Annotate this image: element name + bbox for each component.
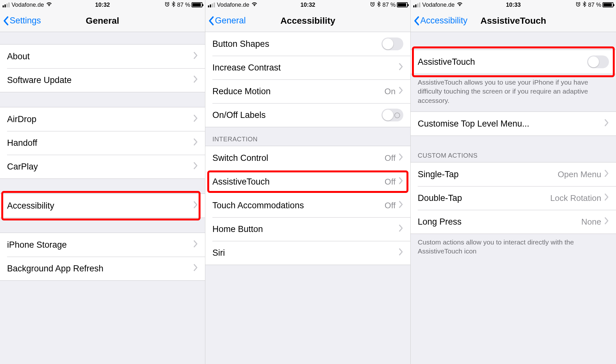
row-home-button[interactable]: Home Button bbox=[205, 217, 410, 241]
row-siri[interactable]: Siri bbox=[205, 241, 410, 265]
chevron-right-icon bbox=[399, 153, 403, 163]
row-assistive-touch[interactable]: AssistiveTouch Off bbox=[205, 170, 410, 194]
footer-text: Custom actions allow you to interact dir… bbox=[411, 234, 616, 262]
page-title: AssistiveTouch bbox=[481, 16, 546, 26]
row-iphone-storage[interactable]: iPhone Storage bbox=[0, 233, 205, 257]
chevron-right-icon bbox=[193, 75, 198, 85]
row-value: None bbox=[581, 217, 601, 227]
row-software-update[interactable]: Software Update bbox=[0, 68, 205, 92]
chevron-right-icon bbox=[399, 87, 403, 96]
page-title: Accessibility bbox=[280, 16, 335, 26]
row-background-app-refresh[interactable]: Background App Refresh bbox=[0, 257, 205, 280]
row-carplay[interactable]: CarPlay bbox=[0, 155, 205, 178]
row-value: Open Menu bbox=[558, 170, 601, 179]
chevron-right-icon bbox=[193, 240, 198, 250]
chevron-right-icon bbox=[604, 193, 609, 203]
nav-bar: Settings General bbox=[0, 10, 205, 32]
row-long-press[interactable]: Long Press None bbox=[411, 210, 616, 234]
chevron-right-icon bbox=[193, 201, 198, 211]
row-customise-menu[interactable]: Customise Top Level Menu... bbox=[411, 112, 616, 136]
row-value: Lock Rotation bbox=[550, 193, 601, 203]
chevron-right-icon bbox=[399, 224, 403, 234]
chevron-right-icon bbox=[604, 119, 609, 129]
row-airdrop[interactable]: AirDrop bbox=[0, 107, 205, 131]
chevron-right-icon bbox=[193, 138, 198, 148]
status-time: 10:32 bbox=[0, 2, 205, 8]
chevron-right-icon bbox=[399, 63, 403, 73]
toggle-on-off-labels[interactable] bbox=[381, 109, 403, 121]
chevron-right-icon bbox=[193, 114, 198, 124]
row-value: Off bbox=[385, 177, 396, 187]
row-handoff[interactable]: Handoff bbox=[0, 131, 205, 155]
back-label: Settings bbox=[10, 16, 41, 26]
chevron-right-icon bbox=[193, 52, 198, 62]
chevron-right-icon bbox=[399, 248, 403, 258]
chevron-right-icon bbox=[604, 217, 609, 227]
status-bar: Vodafone.de 10:32 87 % bbox=[0, 0, 205, 10]
page-title: General bbox=[86, 16, 119, 26]
status-bar: Vodafone.de 10:32 87 % bbox=[205, 0, 410, 10]
chevron-right-icon bbox=[399, 201, 403, 211]
back-button[interactable]: Settings bbox=[3, 16, 41, 26]
row-increase-contrast[interactable]: Increase Contrast bbox=[205, 56, 410, 79]
back-label: Accessibility bbox=[420, 16, 467, 26]
toggle-assistive-touch[interactable] bbox=[587, 55, 609, 68]
row-accessibility[interactable]: Accessibility bbox=[0, 194, 205, 218]
back-button[interactable]: General bbox=[208, 16, 246, 26]
chevron-right-icon bbox=[604, 170, 609, 179]
row-switch-control[interactable]: Switch Control Off bbox=[205, 146, 410, 170]
row-assistive-touch-toggle[interactable]: AssistiveTouch bbox=[411, 50, 616, 74]
section-header-custom-actions: CUSTOM ACTIONS bbox=[411, 136, 616, 162]
screen-accessibility: Vodafone.de 10:32 87 % General Accessibi… bbox=[205, 0, 411, 364]
chevron-right-icon bbox=[399, 177, 403, 187]
row-on-off-labels[interactable]: On/Off Labels bbox=[205, 103, 410, 127]
row-single-tap[interactable]: Single-Tap Open Menu bbox=[411, 162, 616, 186]
status-time: 10:33 bbox=[411, 2, 616, 8]
row-value: Off bbox=[385, 153, 396, 163]
screen-assistivetouch: Vodafone.de 10:33 87 % Accessibility Ass… bbox=[411, 0, 616, 364]
screen-general: Vodafone.de 10:32 87 % Settings General … bbox=[0, 0, 205, 364]
chevron-right-icon bbox=[193, 264, 198, 274]
back-label: General bbox=[215, 16, 246, 26]
row-touch-accommodations[interactable]: Touch Accommodations Off bbox=[205, 194, 410, 217]
chevron-right-icon bbox=[193, 162, 198, 172]
row-about[interactable]: About bbox=[0, 45, 205, 68]
description-text: AssistiveTouch allows you to use your iP… bbox=[411, 74, 616, 112]
row-value: Off bbox=[385, 201, 396, 211]
status-bar: Vodafone.de 10:33 87 % bbox=[411, 0, 616, 10]
row-button-shapes[interactable]: Button Shapes bbox=[205, 32, 410, 56]
row-value: On bbox=[384, 87, 396, 96]
status-time: 10:32 bbox=[205, 2, 410, 8]
back-button[interactable]: Accessibility bbox=[413, 16, 467, 26]
section-header-interaction: INTERACTION bbox=[205, 127, 410, 146]
nav-bar: General Accessibility bbox=[205, 10, 410, 32]
nav-bar: Accessibility AssistiveTouch bbox=[411, 10, 616, 32]
row-double-tap[interactable]: Double-Tap Lock Rotation bbox=[411, 186, 616, 210]
toggle-button-shapes[interactable] bbox=[381, 37, 403, 50]
row-reduce-motion[interactable]: Reduce Motion On bbox=[205, 79, 410, 103]
